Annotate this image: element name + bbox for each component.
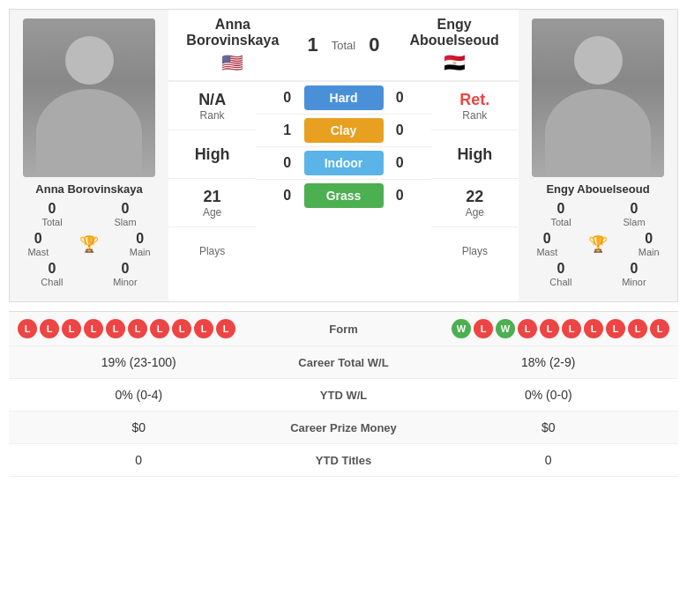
ytd-wl-label: YTD W/L — [256, 389, 432, 402]
player1-minor-label: Minor — [113, 277, 138, 287]
player1-main-label: Main — [130, 247, 151, 257]
p1-form-badge-6: L — [150, 319, 169, 338]
grass-button[interactable]: Grass — [304, 183, 384, 208]
p2-form-badge-7: L — [606, 319, 625, 338]
player1-total-stat: 0 Total — [41, 201, 62, 227]
player2-slam-stat: 0 Slam — [624, 201, 646, 227]
player1-chall-label: Chall — [41, 277, 63, 287]
player2-mast-label: Mast — [536, 247, 557, 257]
player1-silhouette — [23, 19, 155, 177]
grass-badge[interactable]: Grass — [300, 183, 387, 208]
player2-slam-label: Slam — [624, 217, 646, 227]
p1-rank-label: Rank — [200, 109, 225, 122]
p2-hard-score: 0 — [387, 90, 431, 106]
ytd-titles-row: 0 YTD Titles 0 — [9, 444, 678, 477]
prize-label: Career Prize Money — [256, 421, 432, 434]
surface-row-clay: 1 Clay 0 — [256, 114, 431, 146]
player1-slam-value: 0 — [122, 201, 130, 217]
career-wl-p1: 19% (23-100) — [22, 355, 256, 369]
p2-level-value: High — [457, 145, 492, 164]
prize-row: $0 Career Prize Money $0 — [9, 412, 678, 444]
player1-total-label: Total — [41, 217, 62, 227]
ytd-titles-label: YTD Titles — [256, 454, 432, 467]
player1-mast-value: 0 — [34, 231, 42, 247]
player2-main-value: 0 — [645, 231, 653, 247]
player1-slam-stat: 0 Slam — [115, 201, 137, 227]
p2-form-badge-5: L — [562, 319, 581, 338]
p1-form-badge-0: L — [18, 319, 37, 338]
p2-rank-cell: Ret. Rank — [431, 81, 519, 130]
player1-header-name: Anna Borovinskaya — [186, 17, 279, 48]
player2-mast-value: 0 — [543, 231, 551, 247]
player2-main-stat: 0 Main — [638, 231, 660, 257]
ytd-wl-p2: 0% (0-0) — [432, 388, 666, 402]
p1-total-score: 1 — [308, 33, 318, 56]
p1-age-label: Age — [203, 206, 221, 219]
p1-form-badge-5: L — [128, 319, 147, 338]
p1-form-badge-1: L — [40, 319, 59, 338]
p2-clay-score: 0 — [387, 122, 431, 138]
p2-form-badge-3: L — [518, 319, 537, 338]
p2-rank-value: Ret. — [459, 91, 489, 109]
player2-avatar — [532, 19, 664, 177]
p2-form-badge-2: W — [496, 319, 515, 338]
header-row: Anna Borovinskaya 🇺🇸 1 Total 0 Engy Abou… — [168, 10, 519, 81]
clay-button[interactable]: Clay — [304, 118, 384, 143]
player2-trophy-icon: 🏆 — [588, 234, 608, 254]
p1-level-cell: High — [168, 130, 256, 178]
p2-plays-label: Plays — [462, 245, 488, 257]
p2-total-score: 0 — [369, 33, 379, 56]
p2-form-badge-8: L — [628, 319, 647, 338]
player2-mast-stat: 0 Mast — [536, 231, 557, 257]
player1-name: Anna Borovinskaya — [35, 182, 142, 196]
player2-panel: Engy Abouelseoud 0 Total 0 Slam 0 Mast — [519, 10, 677, 301]
player1-chall-value: 0 — [48, 261, 56, 277]
player1-main-value: 0 — [136, 231, 144, 247]
career-wl-row: 19% (23-100) Career Total W/L 18% (2-9) — [9, 346, 678, 379]
surface-row-indoor: 0 Indoor 0 — [256, 146, 431, 179]
p1-indoor-score: 0 — [256, 155, 300, 171]
p1-age-cell: 21 Age — [168, 178, 256, 226]
player2-total-value: 0 — [557, 201, 565, 217]
career-wl-label: Career Total W/L — [256, 356, 432, 369]
p1-stats-col: N/A Rank High 21 Age Plays — [168, 81, 256, 301]
player2-total-label: Total — [550, 217, 571, 227]
prize-p1: $0 — [22, 420, 256, 434]
clay-badge[interactable]: Clay — [300, 118, 387, 143]
hard-button[interactable]: Hard — [304, 85, 384, 110]
prize-p2: $0 — [432, 420, 666, 434]
total-section: 1 Total 0 — [288, 33, 400, 56]
indoor-button[interactable]: Indoor — [304, 151, 384, 175]
indoor-badge[interactable]: Indoor — [300, 151, 387, 175]
p2-form-badge-0: W — [452, 319, 471, 338]
p2-age-label: Age — [466, 206, 484, 219]
player1-total-value: 0 — [49, 201, 56, 217]
player2-main-label: Main — [638, 247, 660, 257]
p1-plays-label: Plays — [199, 245, 225, 257]
player2-silhouette — [532, 19, 664, 177]
player2-header: Engy Abouelseoud 🇪🇬 — [399, 17, 510, 73]
p2-form-badge-6: L — [584, 319, 603, 338]
bottom-section: LLLLLLLLLL Form WLWLLLLLLL 19% (23-100) … — [9, 311, 678, 477]
p2-level-cell: High — [431, 130, 519, 178]
surface-row-grass: 0 Grass 0 — [256, 179, 431, 212]
hard-badge[interactable]: Hard — [300, 85, 387, 110]
player1-full-stats: 0 Total 0 Slam 0 Mast 🏆 — [14, 196, 164, 293]
player1-mast-label: Mast — [27, 247, 49, 257]
p1-form-badge-9: L — [216, 319, 235, 338]
ytd-titles-p2: 0 — [432, 453, 666, 467]
form-label: Form — [278, 323, 410, 336]
player1-slam-label: Slam — [115, 217, 137, 227]
player2-chall-stat: 0 Chall — [549, 261, 571, 287]
player2-slam-value: 0 — [631, 201, 638, 217]
player2-chall-label: Chall — [549, 277, 571, 287]
p1-hard-score: 0 — [256, 90, 300, 106]
p2-form-badges: WLWLLLLLLL — [410, 319, 670, 338]
p2-form-badge-1: L — [474, 319, 493, 338]
comparison-section: Anna Borovinskaya 0 Total 0 Slam 0 Mast — [9, 9, 678, 302]
p1-form-badge-3: L — [84, 319, 103, 338]
p1-form-badge-8: L — [194, 319, 213, 338]
ytd-titles-p1: 0 — [22, 453, 256, 467]
p1-rank-cell: N/A Rank — [168, 81, 256, 130]
player1-flag: 🇺🇸 — [221, 52, 243, 73]
